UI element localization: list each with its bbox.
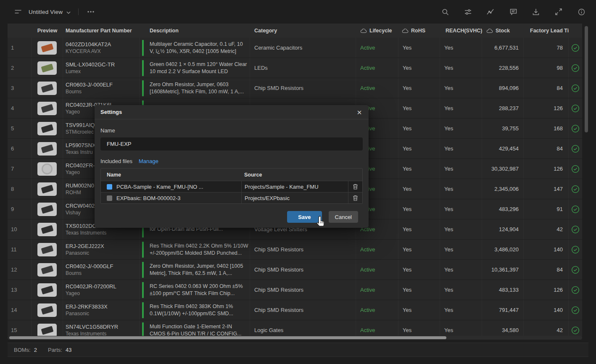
filter-icon[interactable] xyxy=(13,7,23,16)
horizontal-scrollbar-thumb[interactable] xyxy=(9,336,446,339)
parts-label: Parts: xyxy=(48,347,62,353)
download-icon[interactable] xyxy=(531,7,541,16)
column-header-reach[interactable]: REACH(SVHC) xyxy=(440,24,482,38)
cell-lifecycle: Active xyxy=(356,280,398,300)
file-row[interactable]: EXPbasic: BOM-000002-3 Projects/EXPbasic xyxy=(101,192,362,203)
cell-preview xyxy=(32,179,63,199)
column-header-check[interactable] xyxy=(569,24,582,38)
manufacturer-value: Lumex xyxy=(66,69,115,75)
cell-lifecycle: Active xyxy=(356,320,398,336)
column-header-desc[interactable]: Description xyxy=(140,24,250,38)
column-header-lifecycle[interactable]: Lifecycle xyxy=(356,24,398,38)
cell-factory-lead: 78 xyxy=(524,38,569,58)
chart-icon[interactable] xyxy=(486,7,495,16)
cell-rohs: Yes xyxy=(398,199,440,219)
filter-sliders-icon[interactable] xyxy=(463,7,472,16)
more-options-icon[interactable] xyxy=(86,7,95,16)
check-circle-icon xyxy=(571,225,580,234)
boms-value: 2 xyxy=(34,347,37,353)
part-image xyxy=(41,104,53,113)
name-input[interactable] xyxy=(100,137,363,150)
table-row[interactable]: 14ERJ-2RKF3833XPanasonicRes Thick Film 0… xyxy=(8,300,582,320)
table-row[interactable]: 12CR0402-J/-000GLFBournsZero Ohm Resisto… xyxy=(8,260,582,280)
mpn-value: ERJ-2GEJ222X xyxy=(66,243,104,249)
mpn-value: TSV991AIQ xyxy=(66,122,95,128)
file-name: PCBA-Sample - Kame_FMU-[NO ... xyxy=(116,184,203,190)
description-line2: 0.1W(1/10W) +/-100ppm/ßC SMD... xyxy=(150,310,233,317)
description-source-bar xyxy=(142,262,144,278)
parts-value: 43 xyxy=(66,347,71,353)
file-row[interactable]: PCBA-Sample - Kame_FMU-[NO ... Projects/… xyxy=(101,181,362,192)
files-name-header: Name xyxy=(101,172,241,178)
cell-stock: 6,677,531 xyxy=(482,38,524,58)
check-circle-icon xyxy=(571,266,580,274)
table-row[interactable]: 11ERJ-2GEJ222XPanasonicRes Thick Film 04… xyxy=(8,240,582,260)
column-header-preview[interactable]: Preview xyxy=(32,24,63,38)
files-source-header: Source xyxy=(241,169,348,181)
check-circle-icon xyxy=(571,205,580,214)
cell-health-check xyxy=(569,320,582,336)
cell-factory-lead: 140 xyxy=(524,300,569,320)
manufacturer-value: Bourns xyxy=(66,270,113,277)
trash-icon xyxy=(353,184,358,190)
preview-thumbnail xyxy=(37,162,57,176)
save-button[interactable]: Save xyxy=(287,211,322,223)
cell-mpn: ERJ-2GEJ222XPanasonic xyxy=(63,240,140,259)
vertical-scrollbar[interactable] xyxy=(585,26,588,132)
comment-icon[interactable] xyxy=(509,7,518,16)
check-circle-icon xyxy=(571,185,580,193)
check-circle-icon xyxy=(571,245,580,254)
cell-preview xyxy=(32,280,63,300)
column-header-category[interactable]: Category xyxy=(250,24,356,38)
check-circle-icon xyxy=(571,124,580,133)
cell-reach: Yes xyxy=(440,38,482,58)
cell-reach: Yes xyxy=(440,78,482,98)
row-number: 3 xyxy=(8,78,32,98)
manage-link[interactable]: Manage xyxy=(139,158,158,164)
column-header-mpn[interactable]: Manufacturer Part Number xyxy=(63,24,140,38)
cell-preview xyxy=(32,98,63,118)
table-row[interactable]: 3CR0603-J/-000ELFBournsZero Ohm Resistor… xyxy=(8,78,582,98)
view-switcher[interactable]: Untitled View xyxy=(29,8,71,16)
table-row[interactable]: 10402ZD104KAT2AKYOCERA AVXMultilayer Cer… xyxy=(8,38,582,58)
preview-thumbnail xyxy=(37,203,57,216)
cell-category: Chip SMD Resistors xyxy=(250,300,356,320)
search-icon[interactable] xyxy=(440,7,450,16)
description-line2: Metric], Thick Film, 62.5 mW, 1 A,... xyxy=(150,270,243,277)
cell-preview xyxy=(32,219,63,239)
close-icon[interactable]: ✕ xyxy=(355,108,364,116)
table-row[interactable]: 15SN74LVC1G58DRYRTexas InstrumentsMulti … xyxy=(8,320,582,336)
table-row[interactable]: 13RC0402JR-07200RLYageoRC Series 0402 0.… xyxy=(8,280,582,300)
info-icon[interactable] xyxy=(577,7,586,16)
column-header-lead[interactable]: Factory Lead Time xyxy=(524,24,569,38)
column-header-stock[interactable]: Stock xyxy=(482,24,524,38)
cell-description: Multi Function Gate 1-Element 2-INCMOS 6… xyxy=(140,320,250,336)
cell-lifecycle: Active xyxy=(356,78,398,98)
preview-thumbnail xyxy=(37,102,57,115)
delete-file-button[interactable] xyxy=(348,181,362,192)
cell-description: RC Series 0402 0.063 W 200 Ohm ±5%±100 p… xyxy=(140,280,250,300)
row-number: 7 xyxy=(8,159,32,179)
cell-rohs: Yes xyxy=(398,280,440,300)
part-image xyxy=(41,124,53,133)
cell-rohs: Yes xyxy=(398,58,440,78)
table-header-row: PreviewManufacturer Part NumberDescripti… xyxy=(8,24,582,38)
name-field-label: Name xyxy=(100,127,363,134)
preview-thumbnail xyxy=(37,41,57,55)
toolbar: Untitled View xyxy=(0,0,596,24)
cell-preview xyxy=(32,58,63,78)
column-header-rohs[interactable]: RoHS xyxy=(398,24,440,38)
column-header-num[interactable] xyxy=(8,24,32,38)
preview-thumbnail xyxy=(37,223,57,236)
cell-mpn: ERJ-2RKF3833XPanasonic xyxy=(63,300,140,320)
delete-file-button[interactable] xyxy=(348,193,362,203)
toolbar-left: Untitled View xyxy=(0,7,95,16)
check-circle-icon xyxy=(571,104,580,113)
cell-stock: 894,096 xyxy=(482,78,524,98)
cell-category: LEDs xyxy=(250,58,356,78)
included-files-table: Name Source PCBA-Sample - Kame_FMU-[NO .… xyxy=(100,168,363,204)
cancel-button[interactable]: Cancel xyxy=(329,211,358,223)
table-row[interactable]: 2SML-LX0402GC-TRLumexGreen 0402 1 × 0.5 … xyxy=(8,58,582,78)
expand-icon[interactable] xyxy=(554,7,563,16)
horizontal-scrollbar-track[interactable] xyxy=(8,336,582,340)
